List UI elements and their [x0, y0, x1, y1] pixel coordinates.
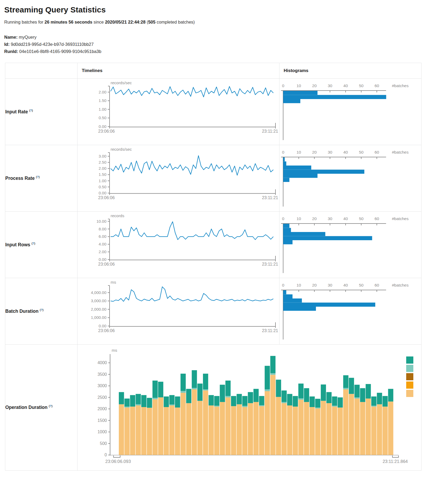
svg-text:0: 0 [282, 150, 284, 154]
svg-text:2500: 2500 [97, 395, 107, 399]
svg-text:2.00: 2.00 [99, 249, 106, 254]
svg-text:40: 40 [343, 216, 348, 221]
timeline-chart-batch-duration: ms4,000.003,000.002,000.001,000.000.0023… [78, 278, 279, 344]
operation-duration-chart-cell: ms4000350030002500200015001000500023:06:… [78, 344, 422, 470]
operation-duration-stacked-chart: ms4000350030002500200015001000500023:06:… [78, 345, 421, 470]
help-icon[interactable]: (?) [49, 404, 52, 408]
svg-text:6.00: 6.00 [99, 234, 106, 239]
svg-text:50: 50 [359, 83, 364, 88]
histogram-cell: 0102030405060#batches [279, 145, 422, 211]
histogram-cell: 0102030405060#batches [279, 211, 422, 278]
histogram-cell: 0102030405060#batches [279, 278, 422, 344]
svg-text:10.00: 10.00 [96, 219, 106, 223]
query-info: Name: myQuery Id: 9d0dd219-995d-423e-b97… [4, 34, 448, 55]
table-header-row: Timelines Histograms [5, 63, 422, 78]
svg-text:23:06:06: 23:06:06 [98, 262, 115, 266]
svg-text:2,000.00: 2,000.00 [91, 307, 106, 311]
svg-text:30: 30 [328, 150, 332, 154]
svg-text:4000: 4000 [97, 360, 107, 365]
svg-text:20: 20 [312, 150, 317, 154]
svg-text:4.00: 4.00 [99, 242, 106, 246]
timelines-header: Timelines [78, 63, 279, 78]
row-label: Input Rows (?) [5, 211, 78, 278]
svg-text:1,000.00: 1,000.00 [91, 315, 106, 320]
svg-text:0.50: 0.50 [99, 115, 106, 120]
svg-text:1.50: 1.50 [99, 172, 106, 177]
svg-text:23:11:21: 23:11:21 [262, 129, 278, 133]
svg-text:0: 0 [282, 216, 284, 221]
svg-text:23:06:06.093: 23:06:06.093 [105, 459, 131, 464]
query-runid-line: RunId: 04e101e6-8bf8-4165-9099-9104c951b… [4, 48, 448, 55]
svg-text:2.50: 2.50 [99, 160, 106, 164]
table-row-operation-duration: Operation Duration (?) ms400035003000250… [5, 344, 422, 470]
svg-text:1.00: 1.00 [99, 178, 106, 183]
svg-text:23:06:06: 23:06:06 [98, 195, 115, 200]
svg-text:ms: ms [112, 348, 117, 352]
histograms-header: Histograms [279, 63, 422, 78]
svg-text:#batches: #batches [392, 150, 409, 154]
statistics-table: Timelines Histograms Input Rate (?) reco… [5, 63, 422, 471]
svg-text:23:06:06: 23:06:06 [98, 129, 115, 133]
row-label: Batch Duration (?) [5, 278, 78, 344]
svg-text:#batches: #batches [392, 83, 409, 88]
svg-text:20: 20 [312, 83, 317, 88]
start-timestamp: 2020/05/21 22:44:28 [105, 20, 146, 24]
svg-text:10: 10 [296, 216, 301, 221]
metric-label: Process Rate [5, 176, 35, 181]
timeline-chart-process-rate: records/sec3.002.502.001.501.000.500.002… [78, 145, 279, 211]
query-name-line: Name: myQuery [4, 34, 448, 41]
svg-text:23:11:21: 23:11:21 [262, 195, 278, 200]
svg-text:0: 0 [105, 453, 107, 457]
svg-text:1.00: 1.00 [99, 107, 106, 111]
svg-text:2000: 2000 [97, 407, 107, 411]
svg-text:40: 40 [343, 150, 348, 154]
metric-label: Batch Duration [5, 309, 38, 314]
query-id-label: Id: [4, 42, 10, 47]
svg-text:3000: 3000 [97, 383, 107, 388]
timeline-cell: records/sec2.001.501.000.500.0023:06:062… [78, 78, 279, 145]
help-icon[interactable]: (?) [29, 109, 33, 112]
page-title: Streaming Query Statistics [4, 5, 448, 14]
running-summary: Running batches for 26 minutes 56 second… [4, 20, 448, 25]
svg-text:0.00: 0.00 [99, 257, 106, 262]
page: Streaming Query Statistics Running batch… [0, 0, 448, 473]
help-icon[interactable]: (?) [36, 175, 40, 178]
help-icon[interactable]: (?) [31, 242, 35, 245]
timeline-cell: records/sec3.002.502.001.501.000.500.002… [78, 145, 279, 211]
svg-text:0: 0 [282, 83, 284, 88]
row-label-operation-duration: Operation Duration (?) [5, 344, 78, 470]
svg-text:10: 10 [296, 150, 301, 154]
svg-text:50: 50 [359, 216, 364, 221]
table-row-batch-duration: Batch Duration (?) ms4,000.003,000.002,0… [5, 278, 422, 344]
svg-text:60: 60 [374, 150, 379, 154]
svg-text:30: 30 [328, 283, 332, 287]
svg-text:#batches: #batches [392, 216, 409, 221]
svg-text:0.00: 0.00 [99, 191, 106, 195]
table-row-input-rate: Input Rate (?) records/sec2.001.501.000.… [5, 78, 422, 145]
svg-text:3,000.00: 3,000.00 [91, 298, 106, 303]
svg-text:3500: 3500 [97, 372, 107, 376]
svg-text:20: 20 [312, 283, 317, 287]
svg-text:10: 10 [296, 283, 301, 287]
query-name-value: myQuery [19, 35, 37, 39]
svg-text:0.00: 0.00 [99, 324, 106, 328]
completed-batches-count: 505 [148, 20, 156, 24]
svg-text:1000: 1000 [97, 430, 107, 434]
histogram-cell: 0102030405060#batches [279, 78, 422, 145]
svg-text:0.50: 0.50 [99, 184, 106, 189]
help-icon[interactable]: (?) [40, 308, 43, 311]
svg-text:40: 40 [343, 83, 348, 88]
svg-text:60: 60 [374, 83, 379, 88]
svg-text:records/sec: records/sec [111, 147, 132, 151]
svg-text:50: 50 [359, 283, 364, 287]
svg-text:30: 30 [328, 83, 332, 88]
svg-text:20: 20 [312, 216, 317, 221]
histogram-chart-input-rows: 0102030405060#batches [279, 212, 421, 278]
query-id-value: 9d0dd219-995d-423e-b97d-36931110bb27 [11, 42, 94, 47]
metric-label: Input Rate [5, 109, 28, 114]
svg-text:23:11:21: 23:11:21 [262, 328, 278, 333]
svg-text:0.00: 0.00 [99, 124, 106, 129]
histogram-chart-input-rate: 0102030405060#batches [279, 79, 421, 145]
corner-cell [5, 63, 78, 78]
svg-text:4,000.00: 4,000.00 [91, 290, 106, 294]
